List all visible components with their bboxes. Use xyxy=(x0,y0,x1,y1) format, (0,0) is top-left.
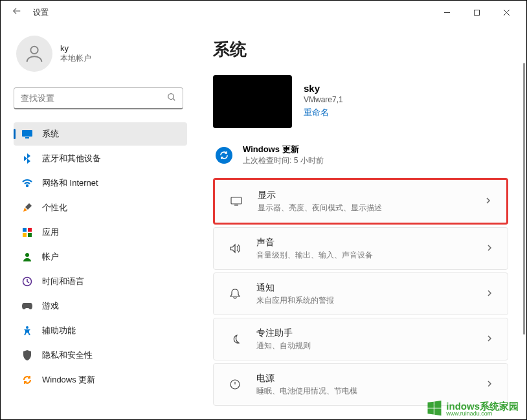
chevron-right-icon xyxy=(486,288,493,300)
svg-point-5 xyxy=(168,93,174,99)
nav-label: 帐户 xyxy=(42,251,59,263)
svg-point-14 xyxy=(25,253,29,257)
apps-icon xyxy=(21,227,33,238)
watermark: indows系统家园 www.ruinadu.com xyxy=(425,399,519,417)
card-subtitle: 通知、自动规则 xyxy=(256,340,486,351)
sidebar-item-personalize[interactable]: 个性化 xyxy=(14,196,187,219)
nav-label: 游戏 xyxy=(42,300,59,312)
svg-rect-10 xyxy=(23,228,27,232)
nav-list: 系统蓝牙和其他设备网络和 Internet个性化应用帐户时间和语言游戏辅助功能隐… xyxy=(14,122,187,392)
chevron-right-icon xyxy=(486,243,493,254)
nav-label: Windows 更新 xyxy=(42,374,95,386)
card-title: 电源 xyxy=(256,373,486,384)
card-subtitle: 来自应用和系统的警报 xyxy=(256,295,486,306)
card-subtitle: 音量级别、输出、输入、声音设备 xyxy=(256,250,486,261)
card-声音[interactable]: 声音音量级别、输出、输入、声音设备 xyxy=(213,227,508,270)
card-title: 通知 xyxy=(256,282,486,294)
svg-point-16 xyxy=(26,326,28,329)
time-icon xyxy=(21,276,33,287)
nav-label: 隐私和安全性 xyxy=(42,349,93,361)
scrollbar[interactable] xyxy=(523,63,525,335)
back-button[interactable] xyxy=(12,6,21,18)
nav-label: 辅助功能 xyxy=(42,325,76,337)
card-subtitle: 显示器、亮度、夜间模式、显示描述 xyxy=(258,203,484,214)
rename-link[interactable]: 重命名 xyxy=(304,107,343,118)
bluetooth-icon xyxy=(21,153,33,164)
svg-rect-1 xyxy=(474,10,479,15)
maximize-button[interactable] xyxy=(462,3,491,22)
windows-logo-icon xyxy=(425,399,443,417)
account-icon xyxy=(21,252,33,262)
minimize-button[interactable] xyxy=(432,3,462,22)
update-icon xyxy=(21,375,33,385)
watermark-url: www.ruinadu.com xyxy=(446,411,519,417)
sidebar-item-access[interactable]: 辅助功能 xyxy=(14,319,187,342)
svg-rect-13 xyxy=(28,233,32,237)
svg-rect-8 xyxy=(25,137,29,138)
sidebar-item-account[interactable]: 帐户 xyxy=(14,245,187,269)
card-icon xyxy=(228,333,242,345)
card-title: 声音 xyxy=(256,237,486,249)
device-info: sky VMware7,1 重命名 xyxy=(213,75,508,128)
nav-label: 时间和语言 xyxy=(42,276,84,287)
sidebar-item-gaming[interactable]: 游戏 xyxy=(14,294,187,318)
page-title: 系统 xyxy=(213,38,508,61)
update-row[interactable]: Windows 更新 上次检查时间: 5 小时前 xyxy=(213,140,508,178)
svg-rect-7 xyxy=(22,130,32,137)
card-通知[interactable]: 通知来自应用和系统的警报 xyxy=(213,272,508,315)
sidebar-item-privacy[interactable]: 隐私和安全性 xyxy=(14,344,187,367)
svg-point-4 xyxy=(30,47,38,54)
nav-label: 网络和 Internet xyxy=(42,177,98,189)
update-icon xyxy=(216,147,232,164)
device-thumbnail xyxy=(213,75,292,128)
nav-label: 系统 xyxy=(42,128,59,140)
sidebar-item-apps[interactable]: 应用 xyxy=(14,221,187,244)
sidebar-item-bluetooth[interactable]: 蓝牙和其他设备 xyxy=(14,147,187,170)
watermark-text: indows系统家园 xyxy=(446,401,519,411)
sidebar-item-wifi[interactable]: 网络和 Internet xyxy=(14,171,187,195)
nav-label: 个性化 xyxy=(42,202,67,214)
system-icon xyxy=(21,129,33,138)
svg-rect-11 xyxy=(28,228,32,232)
nav-label: 蓝牙和其他设备 xyxy=(42,153,101,164)
search-icon xyxy=(167,93,176,104)
user-block[interactable]: ky 本地帐户 xyxy=(14,36,187,72)
sidebar-item-update[interactable]: Windows 更新 xyxy=(14,368,187,392)
sidebar: ky 本地帐户 系统蓝牙和其他设备网络和 Internet个性化应用帐户时间和语… xyxy=(1,24,195,419)
update-title: Windows 更新 xyxy=(243,144,324,155)
avatar xyxy=(16,36,52,72)
svg-point-9 xyxy=(27,185,28,186)
svg-rect-17 xyxy=(231,197,241,204)
sidebar-item-system[interactable]: 系统 xyxy=(14,122,187,146)
card-icon xyxy=(228,243,242,254)
card-专注助手[interactable]: 专注助手通知、自动规则 xyxy=(213,318,508,360)
app-title: 设置 xyxy=(33,7,49,18)
sidebar-item-time[interactable]: 时间和语言 xyxy=(14,270,187,293)
card-title: 专注助手 xyxy=(256,327,486,339)
settings-cards: 显示显示器、亮度、夜间模式、显示描述声音音量级别、输出、输入、声音设备通知来自应… xyxy=(213,178,508,406)
personalize-icon xyxy=(21,203,33,213)
user-subtitle: 本地帐户 xyxy=(60,53,91,64)
update-subtitle: 上次检查时间: 5 小时前 xyxy=(243,155,324,166)
card-icon xyxy=(228,379,242,390)
card-subtitle: 睡眠、电池使用情况、节电模 xyxy=(256,386,486,397)
card-显示[interactable]: 显示显示器、亮度、夜间模式、显示描述 xyxy=(213,178,508,225)
chevron-right-icon xyxy=(484,195,492,207)
card-icon xyxy=(228,288,242,300)
main-content: 系统 sky VMware7,1 重命名 Windows 更新 上次检查时间: … xyxy=(195,24,526,419)
close-button[interactable] xyxy=(491,3,521,22)
access-icon xyxy=(21,326,33,336)
privacy-icon xyxy=(21,350,33,360)
device-name: sky xyxy=(304,83,343,94)
user-name: ky xyxy=(60,43,91,53)
device-model: VMware7,1 xyxy=(304,95,343,104)
gaming-icon xyxy=(21,302,33,311)
chevron-right-icon xyxy=(486,333,493,345)
wifi-icon xyxy=(21,179,33,188)
svg-line-6 xyxy=(174,98,175,100)
chevron-right-icon xyxy=(486,379,493,390)
nav-label: 应用 xyxy=(42,227,59,238)
search-box[interactable] xyxy=(14,87,183,109)
search-input[interactable] xyxy=(21,93,167,103)
card-icon xyxy=(229,196,243,206)
